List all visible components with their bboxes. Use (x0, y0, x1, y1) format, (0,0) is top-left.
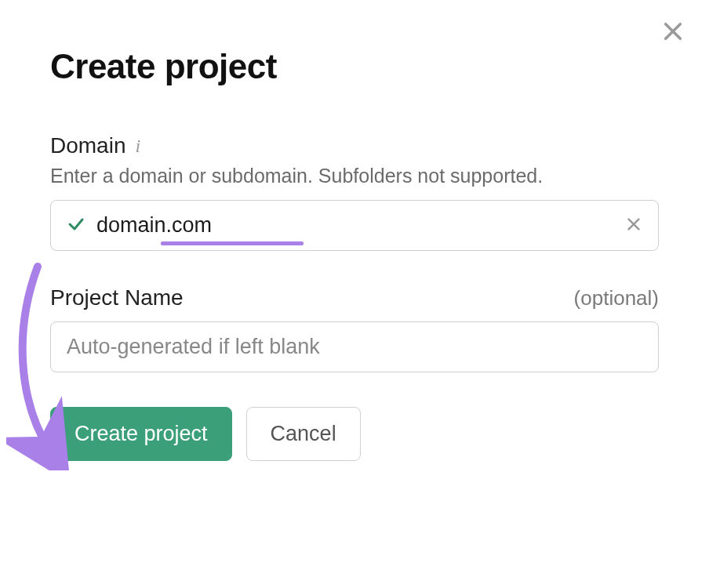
domain-label: Domain (50, 133, 125, 158)
optional-tag: (optional) (574, 286, 659, 310)
project-name-input-wrap (50, 321, 659, 372)
clear-icon (625, 216, 642, 233)
create-project-dialog: Create project Domain i Enter a domain o… (0, 0, 709, 492)
clear-domain-button[interactable] (625, 216, 642, 236)
close-button[interactable] (660, 19, 685, 47)
dialog-title: Create project (50, 47, 659, 86)
cancel-button[interactable]: Cancel (246, 407, 361, 461)
close-icon (660, 19, 685, 44)
project-name-label: Project Name (50, 285, 184, 310)
domain-input-wrap (50, 200, 659, 251)
domain-field: Domain i Enter a domain or subdomain. Su… (50, 133, 659, 251)
info-icon[interactable]: i (135, 136, 140, 155)
domain-input[interactable] (96, 213, 614, 238)
dialog-actions: Create project Cancel (50, 407, 659, 461)
checkmark-icon (67, 215, 85, 237)
project-name-input[interactable] (67, 335, 642, 359)
project-name-field: Project Name (optional) (50, 285, 659, 372)
annotation-underline (161, 241, 304, 245)
domain-help-text: Enter a domain or subdomain. Subfolders … (50, 165, 659, 187)
create-project-button[interactable]: Create project (50, 407, 232, 461)
